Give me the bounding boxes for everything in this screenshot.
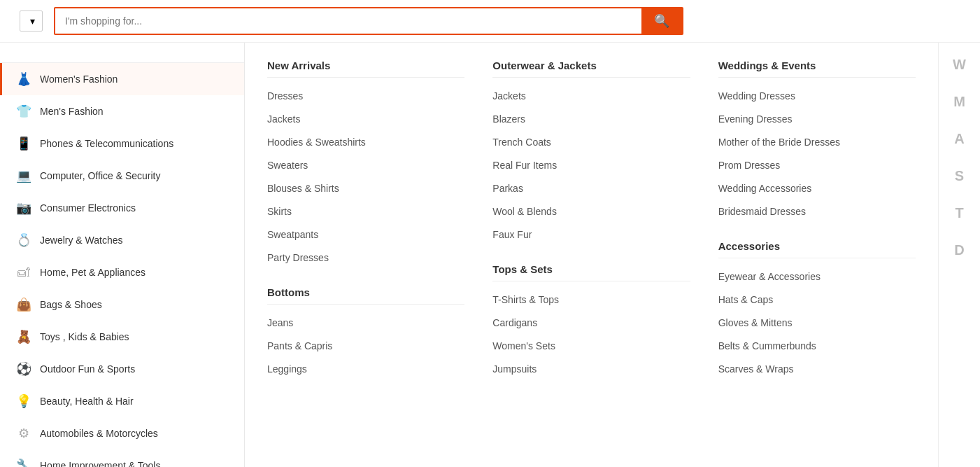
section-item-blazers[interactable]: Blazers: [492, 108, 690, 131]
header: ▾ 🔍: [0, 0, 980, 43]
right-panel-char: M: [953, 94, 965, 110]
right-panel: WMASTD: [938, 43, 980, 467]
sidebar-icon: 👕: [16, 104, 31, 119]
logo: ▾: [14, 11, 43, 32]
section-item-wedding-dresses[interactable]: Wedding Dresses: [718, 85, 916, 108]
menu-chevron: ▾: [30, 15, 35, 27]
sidebar-icon: 📱: [16, 136, 31, 151]
menu-button[interactable]: ▾: [20, 11, 43, 32]
content-column-1: Outerwear & JacketsJacketsBlazersTrench …: [492, 60, 690, 446]
sidebar-icon: 🛋: [16, 265, 31, 280]
section-title-weddings-events: Weddings & Events: [718, 60, 916, 78]
section-item-wedding-accessories[interactable]: Wedding Accessories: [718, 177, 916, 200]
sidebar-item-toys-kids-babies[interactable]: 🧸 Toys , Kids & Babies: [0, 321, 244, 353]
sidebar-label: Phones & Telecommunications: [40, 138, 173, 149]
section-item-evening-dresses[interactable]: Evening Dresses: [718, 108, 916, 131]
sidebar-icon: 📷: [16, 200, 31, 216]
sidebar-label: Home Improvement & Tools: [40, 460, 160, 467]
section-item-jackets[interactable]: Jackets: [492, 85, 690, 108]
sidebar-icon: 👜: [16, 297, 31, 312]
sidebar-label: Consumer Electronics: [40, 202, 136, 214]
section-item-pants-capris[interactable]: Pants & Capris: [267, 335, 464, 358]
content-column-2: Weddings & EventsWedding DressesEvening …: [718, 60, 916, 446]
search-bar: 🔍: [54, 7, 683, 35]
sidebar-icon: 🔧: [16, 458, 31, 467]
sidebar-item-women-s-fashion[interactable]: 👗 Women's Fashion: [0, 63, 244, 95]
section-item-scarves-wraps[interactable]: Scarves & Wraps: [718, 358, 916, 381]
sidebar-item-bags-shoes[interactable]: 👜 Bags & Shoes: [0, 288, 244, 321]
section-item-dresses[interactable]: Dresses: [267, 85, 464, 108]
section-item-parkas[interactable]: Parkas: [492, 177, 690, 200]
sidebar-label: Computer, Office & Security: [40, 170, 160, 181]
sidebar-item-phones-telecommunications[interactable]: 📱 Phones & Telecommunications: [0, 127, 244, 160]
section-title-accessories: Accessories: [718, 240, 916, 258]
section-title-tops-sets: Tops & Sets: [492, 263, 690, 281]
sidebar-item-beauty-health-hair[interactable]: 💡 Beauty, Health & Hair: [0, 385, 244, 417]
right-panel-char: W: [953, 57, 966, 73]
sidebar-label: Outdoor Fun & Sports: [40, 363, 135, 375]
section-item-wool-blends[interactable]: Wool & Blends: [492, 200, 690, 223]
section-item-sweaters[interactable]: Sweaters: [267, 154, 464, 177]
main-container: 👗 Women's Fashion 👕 Men's Fashion 📱 Phon…: [0, 43, 980, 467]
section-item-sweatpants[interactable]: Sweatpants: [267, 223, 464, 246]
section-item-women-s-sets[interactable]: Women's Sets: [492, 335, 690, 358]
section-item-blouses-shirts[interactable]: Blouses & Shirts: [267, 177, 464, 200]
sidebar-label: Men's Fashion: [40, 106, 104, 117]
section-item-t-shirts-tops[interactable]: T-Shirts & Tops: [492, 288, 690, 312]
sidebar-item-home-pet-appliances[interactable]: 🛋 Home, Pet & Appliances: [0, 256, 244, 288]
sidebar-label: Automobiles & Motorcycles: [40, 428, 158, 439]
search-input[interactable]: [55, 8, 641, 34]
section-item-mother-of-the-bride-dresses[interactable]: Mother of the Bride Dresses: [718, 131, 916, 154]
sidebar-label: Bags & Shoes: [40, 299, 102, 310]
sidebar: 👗 Women's Fashion 👕 Men's Fashion 📱 Phon…: [0, 43, 245, 467]
section-item-eyewear-accessories[interactable]: Eyewear & Accessories: [718, 265, 916, 288]
sidebar-item-outdoor-fun-sports[interactable]: ⚽ Outdoor Fun & Sports: [0, 353, 244, 385]
section-item-jackets[interactable]: Jackets: [267, 108, 464, 131]
section-item-skirts[interactable]: Skirts: [267, 200, 464, 223]
section-item-leggings[interactable]: Leggings: [267, 358, 464, 381]
search-icon: 🔍: [654, 14, 669, 28]
section-item-belts-cummerbunds[interactable]: Belts & Cummerbunds: [718, 335, 916, 358]
sidebar-label: Home, Pet & Appliances: [40, 267, 145, 278]
right-panel-char: A: [954, 131, 964, 147]
section-item-jumpsuits[interactable]: Jumpsuits: [492, 358, 690, 381]
sidebar-item-computer-office-security[interactable]: 💻 Computer, Office & Security: [0, 160, 244, 192]
sidebar-item-consumer-electronics[interactable]: 📷 Consumer Electronics: [0, 192, 244, 224]
sidebar-label: Beauty, Health & Hair: [40, 396, 134, 407]
sidebar-icon: 💡: [16, 393, 31, 409]
section-item-bridesmaid-dresses[interactable]: Bridesmaid Dresses: [718, 200, 916, 223]
section-title-outerwear-jackets: Outerwear & Jackets: [492, 60, 690, 78]
sidebar-icon: 👗: [16, 71, 31, 87]
section-item-gloves-mittens[interactable]: Gloves & Mittens: [718, 312, 916, 335]
section-item-hats-caps[interactable]: Hats & Caps: [718, 288, 916, 312]
section-item-real-fur-items[interactable]: Real Fur Items: [492, 154, 690, 177]
sidebar-items: 👗 Women's Fashion 👕 Men's Fashion 📱 Phon…: [0, 63, 244, 467]
right-panel-char: T: [955, 205, 963, 221]
section-item-hoodies-sweatshirts[interactable]: Hoodies & Sweatshirts: [267, 131, 464, 154]
section-item-faux-fur[interactable]: Faux Fur: [492, 223, 690, 246]
content-panel: New ArrivalsDressesJacketsHoodies & Swea…: [245, 43, 938, 463]
sidebar-item-automobiles-motorcycles[interactable]: ⚙ Automobiles & Motorcycles: [0, 417, 244, 449]
sidebar-label: Jewelry & Watches: [40, 235, 123, 246]
sidebar-icon: 💍: [16, 232, 31, 248]
section-item-party-dresses[interactable]: Party Dresses: [267, 246, 464, 270]
section-item-cardigans[interactable]: Cardigans: [492, 312, 690, 335]
sidebar-label: Women's Fashion: [40, 74, 118, 85]
section-title-new-arrivals: New Arrivals: [267, 60, 464, 78]
section-item-jeans[interactable]: Jeans: [267, 312, 464, 335]
sidebar-item-jewelry-watches[interactable]: 💍 Jewelry & Watches: [0, 224, 244, 256]
sidebar-item-home-improvement-tools[interactable]: 🔧 Home Improvement & Tools: [0, 449, 244, 467]
sidebar-header: [0, 43, 244, 63]
search-button[interactable]: 🔍: [641, 8, 682, 34]
sidebar-icon: ⚽: [16, 361, 31, 377]
section-item-prom-dresses[interactable]: Prom Dresses: [718, 154, 916, 177]
sidebar-icon: 🧸: [16, 329, 31, 344]
right-panel-char: D: [954, 242, 964, 258]
sidebar-icon: 💻: [16, 168, 31, 183]
sidebar-label: Toys , Kids & Babies: [40, 331, 129, 342]
sidebar-icon: ⚙: [16, 426, 31, 441]
section-title-bottoms: Bottoms: [267, 286, 464, 305]
section-item-trench-coats[interactable]: Trench Coats: [492, 131, 690, 154]
right-panel-char: S: [955, 168, 964, 184]
sidebar-item-men-s-fashion[interactable]: 👕 Men's Fashion: [0, 95, 244, 127]
